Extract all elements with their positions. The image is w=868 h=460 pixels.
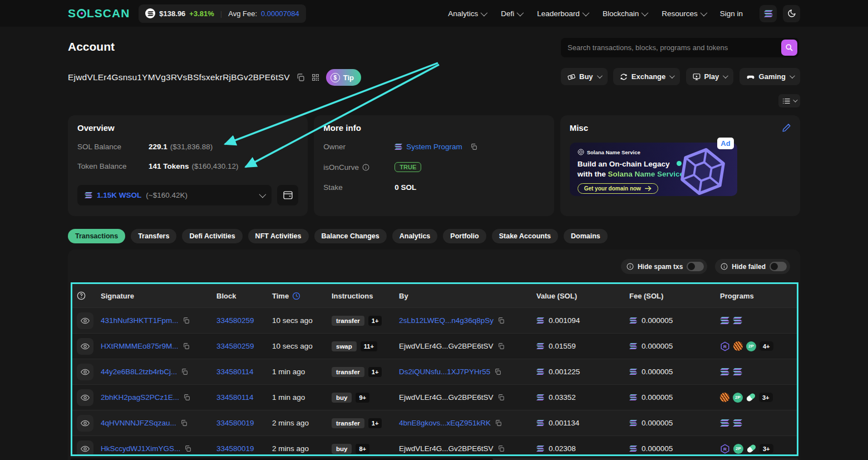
view-options-button[interactable]	[778, 94, 800, 107]
instruction-badge[interactable]: transfer	[332, 367, 364, 377]
owner-link[interactable]: System Program	[406, 143, 462, 151]
preview-transaction-button[interactable]	[77, 364, 93, 380]
solana-program-icon[interactable]	[733, 419, 742, 427]
block-link[interactable]: 334580019	[216, 419, 254, 427]
exchange-button[interactable]: Exchange	[613, 68, 680, 85]
token-holdings-dropdown[interactable]: 1.15K WSOL (~$160.42K)	[77, 185, 272, 205]
copy-icon[interactable]	[184, 445, 191, 452]
buy-button[interactable]: Buy	[561, 68, 608, 85]
tab-balance-changes[interactable]: Balance Changes	[314, 229, 387, 243]
tab-defi-activities[interactable]: Defi Activities	[182, 229, 242, 243]
solscan-logo[interactable]: SSOLSCANLSCAN	[68, 7, 130, 20]
block-link[interactable]: 334580114	[216, 393, 254, 402]
gaming-button[interactable]: Gaming	[739, 68, 800, 85]
solana-program-icon[interactable]	[733, 368, 742, 375]
signature-link[interactable]: 4qHVNNNJFZSqzau...	[101, 419, 176, 427]
instruction-count-badge[interactable]: 1+	[368, 418, 382, 428]
copy-icon[interactable]	[495, 419, 502, 427]
copy-icon[interactable]	[470, 143, 477, 150]
tab-stake-accounts[interactable]: Stake Accounts	[492, 229, 558, 243]
edit-misc-button[interactable]	[782, 123, 791, 133]
signature-link[interactable]: HXtRMMMEo875r9M...	[101, 342, 179, 350]
signature-link[interactable]: 2bhKH2pagS2PCz1E...	[101, 393, 179, 402]
tab-transactions[interactable]: Transactions	[68, 229, 125, 243]
copy-icon[interactable]	[494, 368, 501, 375]
meteora-program-icon[interactable]	[733, 341, 743, 351]
block-link[interactable]: 334580114	[216, 368, 254, 376]
tab-analytics[interactable]: Analytics	[392, 229, 438, 243]
instruction-badge[interactable]: transfer	[332, 316, 364, 326]
search-button[interactable]	[781, 40, 797, 56]
tip-button[interactable]: $ Tip	[326, 69, 361, 86]
block-link[interactable]: 334580019	[216, 444, 254, 453]
instruction-badge[interactable]: swap	[332, 341, 357, 351]
tab-transfers[interactable]: Transfers	[131, 229, 176, 243]
copy-icon[interactable]	[183, 394, 190, 401]
qr-code-button[interactable]	[311, 73, 320, 82]
by-address-link[interactable]: Ds2iQUNsfu...1XJ7PYHr55	[399, 368, 490, 376]
tab-portfolio[interactable]: Portfolio	[443, 229, 486, 243]
raydium-program-icon[interactable]: R	[720, 341, 730, 351]
play-button[interactable]: Play	[686, 68, 734, 85]
copy-icon[interactable]	[497, 445, 505, 452]
signature-link[interactable]: HkSccydWJ1XimYGS...	[101, 444, 180, 453]
instruction-badge[interactable]: buy	[332, 444, 352, 454]
nav-item-defi[interactable]: Defi	[501, 9, 522, 18]
by-address-link[interactable]: 2sLb12LWEQ...n4g36q8pSy	[399, 316, 494, 325]
preview-transaction-button[interactable]	[77, 441, 93, 457]
instruction-count-badge[interactable]: 9+	[356, 393, 369, 403]
copy-icon[interactable]	[183, 342, 190, 350]
programs-more-badge[interactable]: 3+	[759, 393, 773, 402]
programs-more-badge[interactable]: 3+	[760, 444, 773, 453]
portfolio-wallet-button[interactable]	[277, 185, 298, 205]
info-icon[interactable]	[362, 164, 369, 171]
nav-item-resources[interactable]: Resources	[662, 9, 706, 18]
programs-more-badge[interactable]: 4+	[760, 341, 773, 351]
block-link[interactable]: 334580259	[216, 316, 254, 325]
solana-program-icon[interactable]	[720, 317, 729, 324]
preview-transaction-button[interactable]	[77, 312, 93, 329]
pill-program-icon[interactable]	[746, 444, 757, 454]
clock-icon[interactable]	[292, 292, 300, 300]
meteora-program-icon[interactable]	[720, 393, 729, 402]
ad-banner[interactable]: Ad Solana Name Service Build an On-chain…	[570, 143, 737, 196]
copy-address-button[interactable]	[296, 73, 305, 82]
solana-program-icon[interactable]	[720, 419, 729, 427]
nav-item-blockchain[interactable]: Blockchain	[603, 9, 647, 18]
question-circle-icon[interactable]	[77, 291, 86, 300]
copy-icon[interactable]	[497, 317, 505, 324]
instruction-badge[interactable]: buy	[332, 393, 352, 403]
sign-in-link[interactable]: Sign in	[720, 9, 743, 18]
signature-link[interactable]: 44y2e6B8L2tzb4rbCj...	[101, 368, 177, 376]
solana-network-button[interactable]	[760, 5, 777, 22]
instruction-count-badge[interactable]: 1+	[368, 367, 382, 377]
instruction-count-badge[interactable]: 1+	[368, 316, 382, 326]
copy-icon[interactable]	[497, 342, 505, 350]
signature-link[interactable]: 431hNuf3HKTT1Fpm...	[101, 316, 179, 325]
dark-mode-toggle[interactable]	[783, 5, 800, 22]
solana-program-icon[interactable]	[733, 317, 742, 324]
copy-icon[interactable]	[497, 394, 505, 401]
2p-program-icon[interactable]: 2P	[733, 393, 743, 403]
copy-icon[interactable]	[183, 317, 190, 324]
copy-icon[interactable]	[180, 419, 188, 427]
pill-program-icon[interactable]	[746, 393, 756, 403]
nav-item-analytics[interactable]: Analytics	[448, 9, 486, 18]
tab-nft-activities[interactable]: NFT Activities	[248, 229, 309, 243]
preview-transaction-button[interactable]	[77, 389, 93, 406]
solana-program-icon[interactable]	[720, 368, 729, 375]
search-input[interactable]	[561, 43, 781, 52]
instruction-count-badge[interactable]: 11+	[361, 341, 377, 351]
2p-program-icon[interactable]: 2P	[746, 341, 756, 351]
preview-transaction-button[interactable]	[77, 415, 93, 432]
ad-cta-button[interactable]: Get your domain now	[578, 183, 658, 194]
hide-failed-toggle[interactable]	[770, 262, 787, 271]
by-address-link[interactable]: 4bnE8gkovs...xEqZ951kRK	[399, 419, 491, 427]
nav-item-leaderboard[interactable]: Leaderboard	[537, 9, 588, 18]
hide-spam-toggle[interactable]	[687, 262, 704, 271]
preview-transaction-button[interactable]	[77, 338, 93, 355]
raydium-program-icon[interactable]: R	[720, 444, 730, 454]
instruction-count-badge[interactable]: 8+	[356, 444, 369, 454]
tab-domains[interactable]: Domains	[564, 229, 608, 243]
instruction-badge[interactable]: transfer	[332, 418, 364, 428]
